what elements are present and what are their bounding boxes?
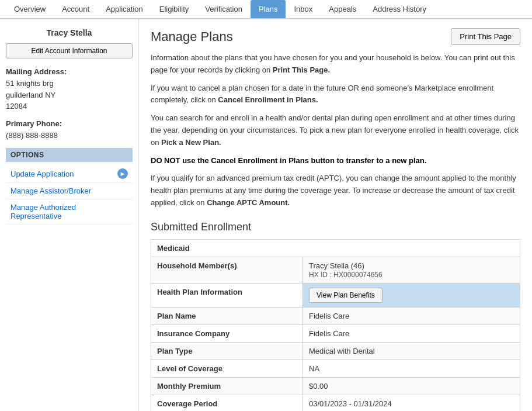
page-title: Manage Plans [151, 29, 233, 44]
tab-application[interactable]: Application [98, 0, 151, 18]
household-members-value-cell: Tracy Stella (46) HX ID : HX0000074656 [303, 257, 520, 283]
monthly-premium-label-cell: Monthly Premium [151, 377, 303, 395]
medicaid-header-row: Medicaid [151, 239, 520, 257]
edit-account-button[interactable]: Edit Account Information [6, 43, 133, 58]
household-member-name: Tracy Stella (46) [309, 261, 364, 270]
coverage-period-label-cell: Coverage Period [151, 395, 303, 411]
top-nav: Overview Account Application Eligibility… [0, 0, 532, 19]
plan-type-value-cell: Medical with Dental [303, 342, 520, 360]
sidebar-item-manage-authorized[interactable]: Manage Authorized Representative [6, 199, 133, 225]
phone-value: (888) 888-8888 [6, 130, 133, 141]
sidebar: Tracy Stella Edit Account Information Ma… [0, 19, 139, 411]
medicaid-header-cell: Medicaid [151, 239, 520, 257]
layout: Tracy Stella Edit Account Information Ma… [0, 19, 532, 411]
phone-label: Primary Phone: [6, 119, 133, 128]
coverage-period-row: Coverage Period 03/01/2023 - 01/31/2024 [151, 395, 520, 411]
cancel-enrollment-link[interactable]: Cancel Enrollment in Plans. [218, 95, 318, 104]
manage-assistor-label: Manage Assistor/Broker [11, 186, 91, 195]
health-plan-info-label-cell: Health Plan Information [151, 283, 303, 307]
page-title-row: Manage Plans Print This Page [151, 28, 520, 45]
address-line2: guilderland NY [6, 89, 133, 101]
pick-new-plan-link[interactable]: Pick a New Plan. [161, 138, 221, 147]
info-paragraph-1: Information about the plans that you hav… [151, 52, 520, 77]
health-plan-header-row: Health Plan Information View Plan Benefi… [151, 283, 520, 307]
main-content: Manage Plans Print This Page Information… [139, 19, 532, 411]
plan-name-row: Plan Name Fidelis Care [151, 307, 520, 324]
sidebar-item-update-application[interactable]: Update Application ► [6, 165, 133, 183]
update-application-label: Update Application [11, 170, 74, 178]
view-plan-benefits-button[interactable]: View Plan Benefits [309, 288, 383, 303]
hx-id-label: HX ID [309, 271, 328, 279]
tab-appeals[interactable]: Appeals [321, 0, 364, 18]
tab-verification[interactable]: Verification [197, 0, 251, 18]
sidebar-item-manage-assistor[interactable]: Manage Assistor/Broker [6, 183, 133, 199]
print-this-page-link[interactable]: Print This Page. [273, 65, 330, 74]
plan-type-row: Plan Type Medical with Dental [151, 342, 520, 360]
mailing-address-label: Mailing Address: [6, 67, 133, 76]
level-of-coverage-value-cell: NA [303, 360, 520, 377]
info-paragraph-3: You can search for and enroll in a healt… [151, 112, 520, 148]
household-members-label-cell: Household Member(s) [151, 257, 303, 283]
plan-name-value-cell: Fidelis Care [303, 307, 520, 324]
address-line1: 51 knights brg [6, 78, 133, 89]
hx-id-value: HX0000074656 [333, 271, 382, 279]
info-paragraph-2: If you want to cancel a plan chosen for … [151, 82, 520, 107]
plan-name-label-cell: Plan Name [151, 307, 303, 324]
phone-section: Primary Phone: (888) 888-8888 [6, 119, 133, 141]
info-paragraph-4: If you qualify for an advanced premium t… [151, 172, 520, 209]
options-header: OPTIONS [6, 148, 133, 162]
monthly-premium-row: Monthly Premium $0.00 [151, 377, 520, 395]
submitted-enrollment-title: Submitted Enrollment [151, 221, 520, 233]
tab-inbox[interactable]: Inbox [286, 0, 321, 18]
level-of-coverage-label-cell: Level of Coverage [151, 360, 303, 377]
health-plan-info-btn-cell: View Plan Benefits [303, 283, 520, 307]
insurance-company-row: Insurance Company Fidelis Care [151, 324, 520, 342]
insurance-company-label-cell: Insurance Company [151, 324, 303, 342]
plan-type-label-cell: Plan Type [151, 342, 303, 360]
print-button[interactable]: Print This Page [451, 28, 520, 45]
mailing-address-section: Mailing Address: 51 knights brg guilderl… [6, 67, 133, 112]
household-members-row: Household Member(s) Tracy Stella (46) HX… [151, 257, 520, 283]
insurance-company-value-cell: Fidelis Care [303, 324, 520, 342]
warning-text: DO NOT use the Cancel Enrollment in Plan… [151, 155, 520, 167]
monthly-premium-value-cell: $0.00 [303, 377, 520, 395]
address-line3: 12084 [6, 101, 133, 112]
tab-address-history[interactable]: Address History [364, 0, 434, 18]
manage-authorized-label: Manage Authorized Representative [11, 203, 128, 220]
change-aptc-link[interactable]: Change APTC Amount. [207, 198, 290, 207]
tab-plans[interactable]: Plans [251, 0, 286, 18]
tab-overview[interactable]: Overview [6, 0, 54, 18]
update-application-arrow-icon: ► [117, 168, 128, 179]
tab-eligibility[interactable]: Eligibility [151, 0, 197, 18]
user-name: Tracy Stella [6, 28, 133, 37]
enrollment-table: Medicaid Household Member(s) Tracy Stell… [151, 239, 520, 411]
tab-account[interactable]: Account [54, 0, 98, 18]
coverage-period-value-cell: 03/01/2023 - 01/31/2024 [303, 395, 520, 411]
level-of-coverage-row: Level of Coverage NA [151, 360, 520, 377]
